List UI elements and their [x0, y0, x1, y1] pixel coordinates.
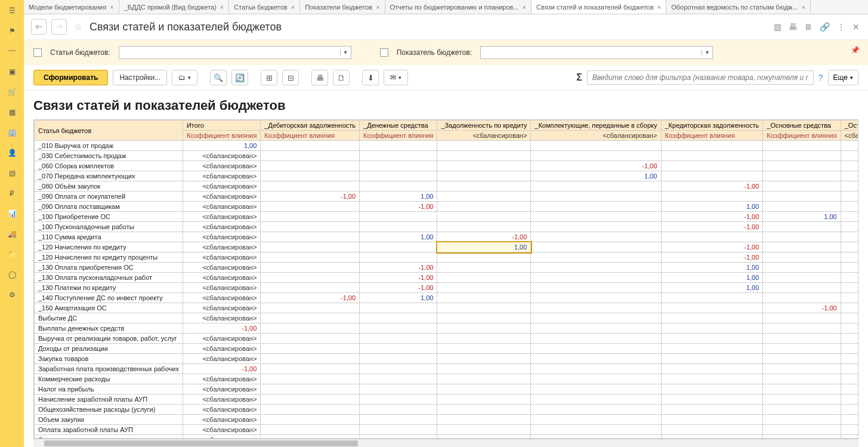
ruble-icon[interactable]: ₽ — [6, 187, 18, 199]
chevron-down-icon[interactable]: ▼ — [702, 50, 712, 56]
table-row[interactable]: _010 Выручка от продаж1,00 — [35, 141, 859, 151]
table-row[interactable]: Выручка от реализации товаров, работ, ус… — [35, 334, 859, 344]
report-title: Связи статей и показателей бюджетов — [33, 98, 858, 113]
close-icon[interactable]: × — [220, 4, 224, 11]
favorite-star-icon[interactable]: ☆ — [72, 21, 85, 33]
save-icon[interactable]: 🗎 — [803, 21, 814, 33]
menu-icon[interactable]: ☰ — [6, 5, 18, 17]
truck-icon[interactable]: 🚚 — [6, 228, 18, 240]
search-button[interactable]: 🔍 — [210, 70, 227, 85]
table-row[interactable]: _060 Сборка комплектов<сбалансирован>-1,… — [35, 161, 859, 171]
tab[interactable]: Модели бюджетирования× — [24, 0, 119, 14]
expand-button[interactable]: ⊞ — [261, 70, 277, 85]
folder-icon[interactable]: 📁 — [6, 248, 18, 260]
kebab-icon[interactable]: ⋮ — [836, 21, 847, 33]
filter-search-input[interactable] — [587, 70, 814, 85]
form-button[interactable]: Сформировать — [33, 70, 108, 85]
preview-button[interactable]: 🗋 — [333, 70, 350, 85]
tab[interactable]: Оборотная ведомость по статьям бюдж...× — [666, 0, 811, 14]
close-icon[interactable]: × — [376, 4, 379, 11]
horizontal-scrollbar[interactable] — [33, 439, 858, 447]
print-button[interactable]: 🖶 — [311, 70, 328, 85]
print-icon[interactable]: 🖶 — [787, 21, 798, 33]
tab-label: Отчеты по бюджетированию и планиров... — [390, 4, 519, 11]
table-row[interactable]: _140 Поступление ДС по инвест проекту<сб… — [35, 293, 859, 303]
tab[interactable]: Статьи бюджетов× — [229, 0, 300, 14]
table-row[interactable]: _090 Оплата поставщикам<сбалансирован>-1… — [35, 202, 859, 212]
table-row[interactable]: Заработная плата производственных рабочи… — [35, 364, 859, 374]
table-row[interactable]: Доходы от реализации<сбалансирован> — [35, 344, 859, 354]
settings-button[interactable]: Настройки... — [113, 70, 167, 85]
help-icon[interactable]: ? — [818, 73, 823, 82]
collapse-button[interactable]: ⊟ — [282, 70, 299, 85]
grid-icon[interactable]: ▦ — [6, 106, 18, 118]
table-row[interactable]: _130 Платежи по кредиту<сбалансирован>-1… — [35, 283, 859, 293]
tab-bar: Модели бюджетирования×_БДДС прямой (Вид … — [24, 0, 868, 14]
table-row[interactable]: Выплаты денежных средств-1,00 — [35, 323, 859, 334]
back-button[interactable]: 🡠 — [31, 19, 47, 35]
variants-button[interactable]: 🗂 ▾ — [172, 70, 197, 85]
report-icon[interactable]: ▥ — [773, 21, 783, 33]
item-filter-input[interactable]: ▼ — [119, 46, 351, 59]
item-checkbox[interactable] — [33, 48, 42, 57]
sigma-icon[interactable]: Σ — [576, 72, 582, 83]
table-row[interactable]: Налог на прибыль<сбалансирован> — [35, 384, 859, 394]
table-row[interactable]: Объем закупки<сбалансирован> — [35, 415, 859, 425]
report-table[interactable]: Статья бюджетов Итого _Дебиторская задол… — [33, 119, 858, 439]
circle-icon[interactable]: ◯ — [6, 269, 18, 280]
pin-icon[interactable]: 📌 — [851, 46, 860, 54]
indicator-checkbox[interactable] — [380, 48, 388, 57]
table-row[interactable]: _150 Амортизация ОС<сбалансирован>-1,00 — [35, 303, 859, 313]
page-title: Связи статей и показателей бюджетов — [89, 21, 282, 33]
close-icon[interactable]: × — [523, 4, 526, 11]
table-row[interactable]: _100 Пусконаладочные работы<сбалансирова… — [35, 222, 859, 232]
refresh-button[interactable]: 🔄 — [231, 70, 248, 85]
forward-button[interactable]: 🡢 — [51, 19, 67, 35]
table-row[interactable]: _100 Приобретение ОС<сбалансирован>-1,00… — [35, 212, 859, 222]
more-button[interactable]: Еще ▾ — [828, 70, 858, 85]
download-button[interactable]: ⬇ — [362, 70, 379, 85]
table-row[interactable]: Закупка товаров<сбалансирован> — [35, 354, 859, 364]
tab[interactable]: _БДДС прямой (Вид бюджета)× — [119, 0, 230, 14]
chart-curve-icon[interactable]: 〰 — [6, 45, 18, 57]
tab[interactable]: Отчеты по бюджетированию и планиров...× — [385, 0, 532, 14]
link-icon[interactable]: 🔗 — [818, 21, 831, 33]
person-icon[interactable]: 👤 — [6, 147, 18, 159]
tab-label: Связи статей и показателей бюджетов — [536, 4, 654, 11]
table-row[interactable]: _130 Оплата пусконаладочных работ<сбалан… — [35, 273, 859, 283]
table-row[interactable]: _120 Начисления по кредиту проценты<сбал… — [35, 252, 859, 263]
table-row[interactable]: _030 Себестоимость продаж<сбалансирован>… — [35, 151, 859, 161]
item-filter-label: Статья бюджетов: — [50, 48, 110, 57]
email-button[interactable]: ✉ ▾ — [384, 70, 408, 85]
close-icon[interactable]: × — [110, 4, 113, 11]
chevron-down-icon[interactable]: ▼ — [340, 50, 351, 56]
tab[interactable]: Связи статей и показателей бюджетов× — [532, 0, 666, 14]
table-row[interactable]: Оплата заработной платы АУП<сбалансирова… — [35, 425, 859, 435]
table-row[interactable]: _080 Объём закупок<сбалансирован>-1,001,… — [35, 181, 859, 192]
close-icon[interactable]: × — [802, 4, 805, 11]
flag-icon[interactable]: ⚑ — [6, 25, 18, 37]
tab[interactable]: Показатели бюджетов× — [300, 0, 385, 14]
table-row[interactable]: Общехозяйственные расходы (услуги)<сбала… — [35, 405, 859, 415]
tab-label: Показатели бюджетов — [305, 4, 372, 11]
table-row[interactable]: _070 Передача комплектующих<сбалансирова… — [35, 171, 859, 181]
filter-panel: Статья бюджетов: ▼ Показатель бюджетов: … — [24, 40, 868, 65]
close-icon[interactable]: × — [657, 4, 661, 11]
table-row[interactable]: Коммерческие расходы<сбалансирован> — [35, 374, 859, 384]
title-bar: 🡠 🡢 ☆ Связи статей и показателей бюджето… — [24, 14, 868, 40]
close-icon[interactable]: × — [291, 4, 295, 11]
table-row[interactable]: _090 Оплата от покупателей<сбалансирован… — [35, 192, 859, 202]
bars-icon[interactable]: 📊 — [6, 208, 18, 220]
table-row[interactable]: Выбытие ДС<сбалансирован> — [35, 313, 859, 323]
close-window-icon[interactable]: ✕ — [851, 21, 861, 33]
box-icon[interactable]: ▣ — [6, 66, 18, 78]
table-row[interactable]: _110 Сумма кредита<сбалансирован>1,00-1,… — [35, 232, 859, 242]
indicator-filter-input[interactable]: ▼ — [480, 46, 713, 59]
cart-icon[interactable]: 🛒 — [6, 86, 18, 98]
table-row[interactable]: _130 Оплата приобретения ОС<сбалансирова… — [35, 263, 859, 273]
building-icon[interactable]: 🏢 — [6, 127, 18, 138]
table-row[interactable]: Начисление заработной платы АУП<сбаланси… — [35, 394, 859, 405]
table-row[interactable]: _120 Начисления по кредиту<сбалансирован… — [35, 242, 859, 252]
docs-icon[interactable]: ▤ — [6, 167, 18, 179]
gear-icon[interactable]: ⚙ — [6, 289, 18, 301]
